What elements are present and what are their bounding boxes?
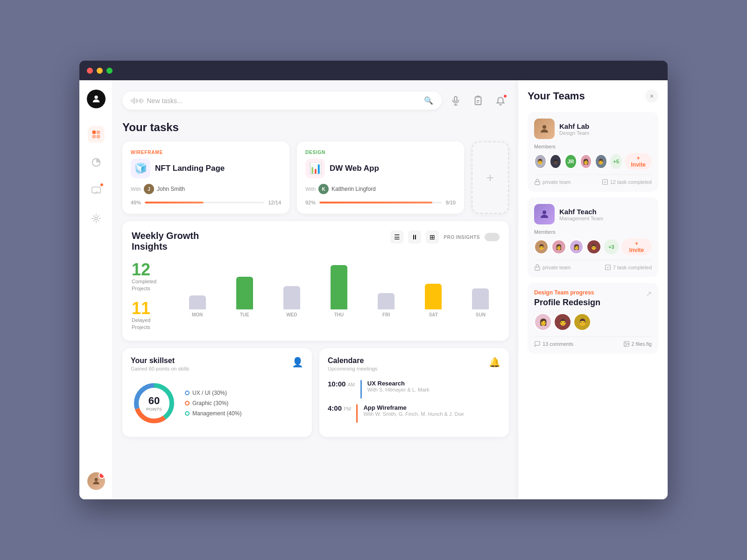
- task-name-nft: NFT Landing Page: [155, 164, 225, 173]
- search-icon[interactable]: 🔍: [424, 96, 433, 105]
- team-tasks-2: 7 task completed: [605, 264, 652, 271]
- chart-day-sun: SUN: [476, 312, 486, 317]
- assignee-avatar-dw: K: [318, 184, 329, 194]
- completed-num: 12: [132, 261, 169, 278]
- sidebar-item-dashboard[interactable]: [88, 126, 105, 143]
- meeting-item-2: 4:00 PM App Wireframe With W. Smith, G. …: [328, 404, 500, 423]
- sidebar-item-settings[interactable]: [88, 210, 105, 227]
- team-tasks-1: 12 task completed: [602, 179, 652, 185]
- sidebar-item-charts[interactable]: [88, 154, 105, 171]
- calendar-subtitle: Upcomming meetings: [328, 366, 377, 371]
- calendar-card: Calendare Upcomming meetings 🔔 10:00 AM: [319, 348, 509, 437]
- calendar-header: Calendare Upcomming meetings 🔔: [328, 357, 500, 378]
- task-progress-dw: 92% 9/10: [305, 200, 456, 205]
- team-avatar-kahflab: [534, 119, 555, 139]
- meeting-with-2: With W. Smith, G. Finch, M. Hunch & J. D…: [363, 411, 500, 417]
- svg-point-0: [94, 96, 98, 99]
- task-icon-dw: 📊: [305, 159, 325, 178]
- close-panel-button[interactable]: ×: [645, 90, 658, 103]
- titlebar: [79, 61, 668, 80]
- donut-label: POINTS: [146, 407, 162, 412]
- meeting-item-1: 10:00 AM UX Research With S. Hitmayer & …: [328, 380, 500, 399]
- team-name-kahfteach: Kahf Teach: [559, 208, 603, 216]
- skillset-header: Your skillset Gained 60 points on skills…: [131, 357, 303, 378]
- task-header-nft: 🧊 NFT Landing Page: [131, 159, 281, 178]
- calendar-bell-icon[interactable]: 🔔: [489, 357, 500, 368]
- skill-dot-graphic: [185, 401, 190, 406]
- donut-center: 60 POINTS: [146, 395, 162, 412]
- skill-label-graphic: Graphic (30%): [192, 400, 228, 406]
- pause-icon[interactable]: ⏸: [408, 231, 421, 244]
- delayed-stat: 11 DelayedProjects: [132, 300, 169, 331]
- member-t3: 👩: [569, 239, 584, 254]
- project-card-header: Design Team progress Profile Redesign ↗: [534, 289, 652, 313]
- svg-rect-9: [454, 96, 457, 101]
- member-t4: 👨: [586, 239, 601, 254]
- meeting-info-2: App Wireframe With W. Smith, G. Finch, M…: [363, 404, 500, 417]
- completed-stat: 12 CompletedProjects: [132, 261, 169, 293]
- clipboard-icon[interactable]: [470, 92, 486, 109]
- member-4: 👩: [580, 154, 592, 169]
- skill-item-graphic: Graphic (30%): [185, 400, 241, 406]
- grid-view-icon[interactable]: ⊞: [426, 231, 439, 244]
- chart-col-sat: SAT: [415, 284, 452, 317]
- meeting-divider-2: [356, 404, 358, 423]
- members-label-1: Members: [534, 144, 652, 149]
- meeting-time-1: 10:00 AM: [328, 380, 355, 388]
- team-card-kahfteach: Kahf Teach Management Team Members 👨 👩 👩…: [528, 197, 658, 277]
- task-card-dw: DESIGN 📊 DW Web App With K Kattherin Lin…: [297, 141, 464, 214]
- svg-rect-1: [92, 131, 95, 134]
- proj-avatar-2: 👨: [554, 313, 571, 331]
- skillset-settings-icon[interactable]: 👤: [292, 357, 303, 368]
- main-content: New tasks... 🔍: [113, 80, 518, 499]
- project-avatars: 👩 👨 👨: [534, 313, 652, 331]
- team-avatar-kahfteach: [534, 204, 555, 224]
- close-button[interactable]: [87, 68, 93, 74]
- app-content: New tasks... 🔍: [79, 80, 668, 499]
- notification-icon[interactable]: [492, 92, 509, 109]
- add-task-button[interactable]: +: [472, 141, 509, 214]
- donut-points: 60: [146, 395, 162, 407]
- meetings-list: 10:00 AM UX Research With S. Hitmayer & …: [328, 380, 500, 423]
- skill-dot-management: [185, 411, 190, 416]
- team-role-kahflab: Design Team: [559, 130, 589, 136]
- svg-rect-19: [535, 267, 540, 270]
- minimize-button[interactable]: [97, 68, 103, 74]
- skill-item-management: Management (40%): [185, 410, 241, 417]
- chart-day-thu: THU: [334, 312, 344, 317]
- search-bar[interactable]: New tasks... 🔍: [122, 91, 442, 110]
- meeting-name-1: UX Research: [367, 380, 500, 387]
- meeting-ampm-1: AM: [348, 382, 355, 387]
- list-view-icon[interactable]: ☰: [390, 231, 403, 244]
- meeting-hour-2: 4:00: [328, 404, 342, 412]
- chart-bar-sun: [472, 288, 489, 309]
- mic-button[interactable]: [447, 92, 464, 109]
- nav-items: [88, 126, 105, 459]
- maximize-button[interactable]: [106, 68, 113, 74]
- progress-fill-nft: [145, 202, 204, 203]
- task-label-dw: DESIGN: [305, 150, 456, 155]
- task-with-label-nft: With: [131, 186, 141, 192]
- assignee-name-dw: Kattherin Lingford: [331, 186, 376, 192]
- invite-button-2[interactable]: + Invite: [621, 238, 652, 255]
- team-role-kahfteach: Management Team: [559, 216, 603, 221]
- team-header-kahflab: Kahf Lab Design Team: [534, 119, 652, 139]
- chart-day-fri: FRI: [382, 312, 390, 317]
- progress-count-dw: 9/10: [446, 200, 456, 205]
- logo: [87, 90, 106, 108]
- sidebar-item-messages[interactable]: [88, 182, 105, 199]
- project-edit-icon[interactable]: ↗: [646, 289, 652, 298]
- member-5: 👨: [595, 154, 607, 169]
- invite-button-1[interactable]: + Invite: [625, 153, 652, 170]
- progress-count-nft: 12/14: [268, 200, 281, 205]
- pro-toggle[interactable]: [485, 233, 500, 241]
- progress-bar-nft: [145, 202, 264, 203]
- task-cards-row: WIREFRAME 🧊 NFT Landing Page With J John…: [122, 141, 509, 214]
- chart-col-wed: WED: [273, 286, 310, 317]
- skillset-subtitle: Gained 60 points on skills: [131, 366, 189, 371]
- chart-bar-tue: [236, 277, 253, 309]
- members-row-2: 👨 👩 👩 👨 +3 + Invite: [534, 238, 652, 255]
- more-members-2: +3: [604, 239, 619, 254]
- user-avatar[interactable]: [87, 472, 105, 490]
- svg-rect-2: [96, 131, 99, 134]
